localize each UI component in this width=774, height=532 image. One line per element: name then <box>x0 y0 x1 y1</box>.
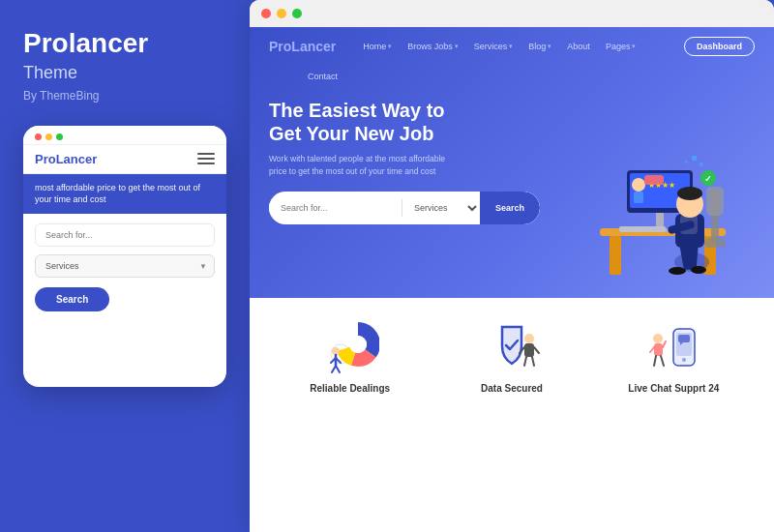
feature-secured: Data Secured <box>431 317 592 394</box>
feature-reliable-label: Reliable Dealings <box>310 383 390 394</box>
nav-about[interactable]: About <box>559 40 598 53</box>
svg-rect-10 <box>644 175 664 185</box>
shield-person-icon <box>483 317 541 375</box>
svg-line-54 <box>650 347 654 352</box>
svg-text:✓: ✓ <box>704 174 712 184</box>
svg-rect-13 <box>685 161 688 163</box>
mobile-nav: ProLancer <box>23 145 226 174</box>
chevron-down-icon: ▾ <box>388 43 392 50</box>
svg-point-24 <box>677 187 702 200</box>
hamburger-icon[interactable] <box>197 153 215 164</box>
feature-secured-label: Data Secured <box>481 383 543 394</box>
nav-browse-jobs[interactable]: Brows Jobs ▾ <box>400 40 466 53</box>
brand-subtitle: Theme <box>23 63 217 83</box>
mobile-dots <box>35 133 63 140</box>
svg-rect-29 <box>704 238 726 248</box>
svg-point-34 <box>349 336 367 353</box>
nav-home[interactable]: Home ▾ <box>355 40 400 53</box>
brand-by: By ThemeBing <box>23 89 217 103</box>
logo-lancer: Lancer <box>56 152 98 166</box>
svg-point-19 <box>669 267 686 275</box>
livechat-icon-area <box>644 317 702 375</box>
desktop-logo: ProLancer <box>269 39 336 54</box>
svg-point-7 <box>632 178 645 192</box>
hamburger-line-3 <box>197 163 215 164</box>
feature-reliable: Reliable Dealings <box>269 317 431 394</box>
svg-line-46 <box>532 357 534 366</box>
svg-rect-8 <box>634 192 643 203</box>
reliable-icon-area <box>321 317 379 375</box>
mobile-select-wrapper: Services ▼ <box>35 254 215 278</box>
svg-rect-12 <box>700 163 703 166</box>
hero-content: The Easiest Way to Get Your New Job Work… <box>250 83 774 298</box>
svg-rect-1 <box>610 236 621 275</box>
pie-chart-icon <box>321 317 379 375</box>
desktop-logo-pro: Pro <box>269 39 291 54</box>
nav-contact[interactable]: Contact <box>300 70 345 83</box>
desktop-hero: ProLancer Home ▾ Brows Jobs ▾ Services ▾… <box>250 27 774 298</box>
mobile-dot-yellow <box>45 133 52 140</box>
feature-livechat-label: Live Chat Supprt 24 <box>628 383 719 394</box>
brand-title: Prolancer <box>23 29 217 59</box>
desktop-logo-lancer: Lancer <box>291 39 336 54</box>
logo-pro: Pro <box>35 152 56 166</box>
search-button[interactable]: Search <box>480 192 540 224</box>
browser-dot-green <box>292 9 302 18</box>
hamburger-line-2 <box>197 158 215 160</box>
nav-blog[interactable]: Blog ▾ <box>521 40 559 53</box>
hero-title: The Easiest Way to Get Your New Job <box>269 99 542 145</box>
nav-pages[interactable]: Pages ▾ <box>598 40 644 53</box>
mobile-search-input[interactable] <box>35 223 215 247</box>
dashboard-button[interactable]: Dashboard <box>684 37 755 56</box>
mobile-search-button[interactable]: Search <box>35 287 109 311</box>
svg-rect-26 <box>619 226 666 232</box>
browser-mockup: ProLancer Home ▾ Brows Jobs ▾ Services ▾… <box>250 0 774 532</box>
browser-titlebar <box>250 0 774 27</box>
chevron-down-icon: ▾ <box>455 43 459 50</box>
feature-livechat: Live Chat Supprt 24 <box>593 317 755 394</box>
svg-point-52 <box>653 334 663 343</box>
chevron-down-icon: ▾ <box>548 43 551 50</box>
hero-svg: ★★★★ ✓ <box>542 93 755 286</box>
mobile-logo: ProLancer <box>35 152 97 166</box>
svg-point-49 <box>682 358 686 362</box>
svg-line-39 <box>332 366 336 372</box>
svg-line-55 <box>663 341 666 347</box>
svg-point-41 <box>524 334 534 343</box>
hero-left: The Easiest Way to Get Your New Job Work… <box>269 93 542 298</box>
svg-line-56 <box>654 356 656 366</box>
hero-illustration: ★★★★ ✓ <box>542 93 755 298</box>
svg-rect-50 <box>678 335 690 342</box>
svg-rect-28 <box>706 187 724 216</box>
svg-point-20 <box>691 266 706 274</box>
nav-second-row: Contact <box>250 66 774 83</box>
svg-rect-42 <box>524 343 534 357</box>
browser-dot-yellow <box>277 9 286 18</box>
features-section: Reliable Dealings <box>250 298 774 403</box>
services-select[interactable]: Services <box>402 202 480 214</box>
svg-line-45 <box>524 357 526 366</box>
mobile-search-section: Services ▼ Search <box>23 214 226 321</box>
svg-line-57 <box>661 356 664 366</box>
mobile-mockup: ProLancer most affordable price to get t… <box>23 126 226 387</box>
left-panel: Prolancer Theme By ThemeBing ProLancer m… <box>0 0 240 532</box>
svg-line-44 <box>534 347 539 353</box>
nav-links: Home ▾ Brows Jobs ▾ Services ▾ Blog ▾ Ab… <box>355 40 684 53</box>
mobile-dot-red <box>35 133 42 140</box>
mobile-titlebar <box>23 126 226 145</box>
svg-rect-11 <box>692 156 697 161</box>
chevron-down-icon: ▾ <box>509 43 513 50</box>
browser-dot-red <box>261 9 271 18</box>
nav-services[interactable]: Services ▾ <box>466 40 521 53</box>
search-bar: Services Search <box>269 192 540 224</box>
chat-phone-icon <box>644 317 702 375</box>
mobile-dot-green <box>56 133 63 140</box>
mobile-hero-text: most affordable price to get the most ou… <box>23 174 226 214</box>
hamburger-line-1 <box>197 153 215 155</box>
mobile-services-select[interactable]: Services <box>35 254 215 278</box>
svg-line-40 <box>336 366 340 372</box>
secured-icon-area <box>483 317 541 375</box>
search-input[interactable] <box>269 203 402 213</box>
desktop-nav: ProLancer Home ▾ Brows Jobs ▾ Services ▾… <box>250 27 774 66</box>
chevron-down-icon: ▾ <box>632 43 636 50</box>
